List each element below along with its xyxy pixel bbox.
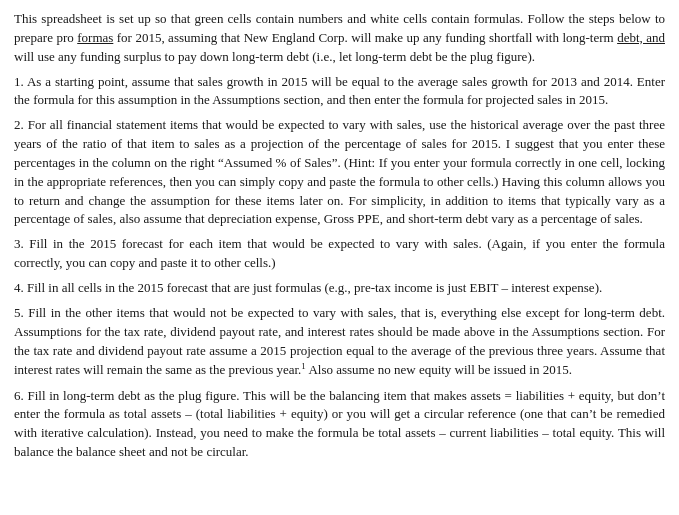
main-content: This spreadsheet is set up so that green… xyxy=(14,10,665,462)
item-4: 4. Fill in all cells in the 2015 forecas… xyxy=(14,279,665,298)
item-1: 1. As a starting point, assume that sale… xyxy=(14,73,665,111)
debt-and-underline: debt, and xyxy=(617,30,665,45)
item-3: 3. Fill in the 2015 forecast for each it… xyxy=(14,235,665,273)
formas-underline: formas xyxy=(77,30,113,45)
item-5: 5. Fill in the other items that would no… xyxy=(14,304,665,381)
item-6: 6. Fill in long-term debt as the plug fi… xyxy=(14,387,665,462)
intro-paragraph: This spreadsheet is set up so that green… xyxy=(14,10,665,67)
item-2: 2. For all financial statement items tha… xyxy=(14,116,665,229)
